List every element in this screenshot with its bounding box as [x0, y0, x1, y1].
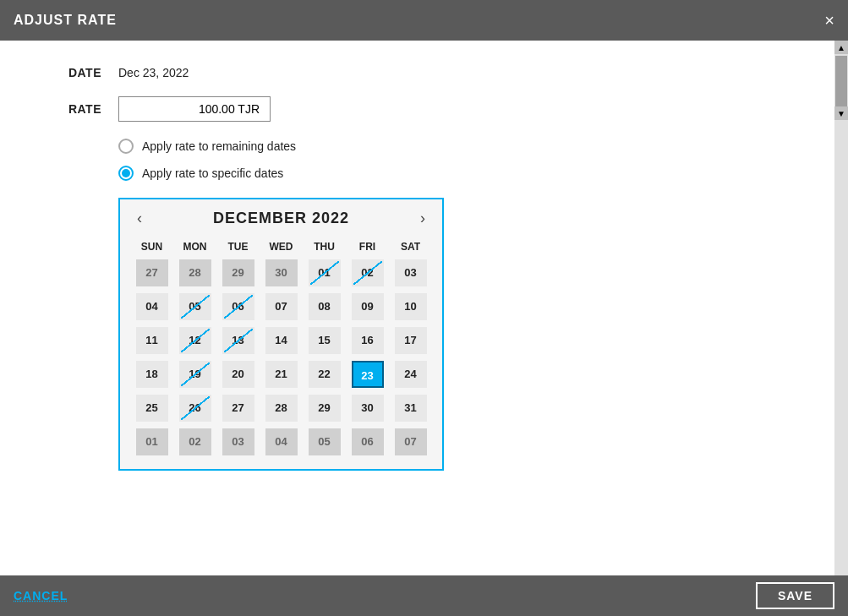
- calendar-day[interactable]: 30: [265, 259, 298, 286]
- calendar-day[interactable]: 07: [395, 428, 427, 455]
- rate-label: RATE: [34, 102, 101, 116]
- scrollbar-up-button[interactable]: ▲: [834, 41, 848, 54]
- radio-remaining-label: Apply rate to remaining dates: [142, 139, 296, 153]
- scrollbar: ▲ ▼: [834, 41, 848, 575]
- calendar-cell: 28: [173, 256, 216, 290]
- calendar-header-row: SUNMONTUEWEDTHUFRISAT: [130, 237, 432, 256]
- calendar-next-button[interactable]: ›: [413, 210, 432, 227]
- calendar-day[interactable]: 04: [265, 428, 298, 455]
- calendar-day[interactable]: 11: [136, 327, 168, 354]
- radio-option-specific[interactable]: Apply rate to specific dates: [118, 166, 801, 181]
- calendar-day[interactable]: 21: [265, 361, 298, 388]
- calendar-cell: 15: [303, 324, 346, 357]
- calendar-cell: 04: [260, 425, 303, 459]
- calendar-day[interactable]: 14: [265, 327, 298, 354]
- calendar-cell: 26: [173, 391, 216, 425]
- save-button[interactable]: SAVE: [756, 582, 834, 609]
- calendar-cell: 18: [130, 357, 173, 391]
- calendar-cell: 02: [173, 425, 216, 459]
- calendar-cell: 17: [389, 324, 432, 357]
- dialog-footer: CANCEL SAVE: [0, 575, 848, 616]
- calendar-day[interactable]: 31: [395, 395, 427, 422]
- calendar-cell: 28: [260, 391, 303, 425]
- calendar-day[interactable]: 01: [309, 259, 341, 286]
- calendar-cell: 05: [303, 425, 346, 459]
- calendar-day[interactable]: 03: [222, 428, 254, 455]
- calendar-cell: 08: [303, 290, 346, 324]
- calendar-week-row: 25262728293031: [130, 391, 432, 425]
- calendar-cell: 30: [260, 256, 303, 290]
- cancel-button[interactable]: CANCEL: [14, 589, 68, 602]
- calendar-day-header: THU: [303, 237, 346, 256]
- scrollbar-thumb[interactable]: [835, 56, 847, 106]
- calendar-day[interactable]: 19: [179, 361, 211, 388]
- calendar-cell: 05: [173, 290, 216, 324]
- calendar-day[interactable]: 30: [352, 395, 384, 422]
- calendar-cell: 07: [260, 290, 303, 324]
- calendar-cell: 20: [216, 357, 260, 391]
- calendar-day[interactable]: 03: [395, 259, 427, 286]
- calendar-day[interactable]: 08: [309, 293, 341, 320]
- calendar-day[interactable]: 06: [222, 293, 254, 320]
- content-area: DATE Dec 23, 2022 RATE Apply rate to rem…: [0, 41, 834, 575]
- calendar-day-header: SUN: [130, 237, 173, 256]
- calendar-day[interactable]: 27: [136, 259, 168, 286]
- date-value: Dec 23, 2022: [118, 66, 189, 79]
- calendar-cell: 21: [260, 357, 303, 391]
- radio-remaining-outer: [118, 139, 134, 154]
- rate-input[interactable]: [118, 96, 271, 122]
- calendar-day[interactable]: 15: [309, 327, 341, 354]
- date-label: DATE: [34, 66, 101, 79]
- calendar-day[interactable]: 04: [136, 293, 168, 320]
- calendar-day[interactable]: 02: [179, 428, 211, 455]
- calendar-cell: 04: [130, 290, 173, 324]
- calendar-prev-button[interactable]: ‹: [130, 210, 149, 227]
- calendar-day[interactable]: 18: [136, 361, 168, 388]
- calendar-day[interactable]: 25: [136, 395, 168, 422]
- calendar-day[interactable]: 13: [222, 327, 254, 354]
- calendar-day[interactable]: 02: [352, 259, 384, 286]
- radio-specific-label: Apply rate to specific dates: [142, 166, 283, 180]
- calendar-day[interactable]: 27: [222, 395, 254, 422]
- calendar-day[interactable]: 26: [179, 395, 211, 422]
- calendar-day[interactable]: 10: [395, 293, 427, 320]
- calendar-day[interactable]: 06: [352, 428, 384, 455]
- dialog-header: ADJUST RATE ×: [0, 0, 848, 41]
- calendar-week-row: 18192021222324: [130, 357, 432, 391]
- radio-specific-outer: [118, 166, 134, 181]
- calendar-day[interactable]: 23: [352, 361, 384, 388]
- calendar-day-header: FRI: [346, 237, 389, 256]
- calendar-cell: 01: [130, 425, 173, 459]
- calendar-cell: 16: [346, 324, 389, 357]
- calendar-day[interactable]: 09: [352, 293, 384, 320]
- close-button[interactable]: ×: [824, 12, 834, 29]
- calendar-day[interactable]: 22: [309, 361, 341, 388]
- calendar-day[interactable]: 16: [352, 327, 384, 354]
- calendar: ‹ DECEMBER 2022 › SUNMONTUEWEDTHUFRISAT …: [118, 198, 444, 471]
- calendar-week-row: 01020304050607: [130, 425, 432, 459]
- calendar-week-row: 04050607080910: [130, 290, 432, 324]
- calendar-day[interactable]: 29: [309, 395, 341, 422]
- calendar-day[interactable]: 05: [179, 293, 211, 320]
- calendar-day[interactable]: 20: [222, 361, 254, 388]
- calendar-day[interactable]: 28: [265, 395, 298, 422]
- calendar-cell: 14: [260, 324, 303, 357]
- calendar-cell: 19: [173, 357, 216, 391]
- calendar-day[interactable]: 05: [309, 428, 341, 455]
- calendar-day[interactable]: 12: [179, 327, 211, 354]
- calendar-cell: 10: [389, 290, 432, 324]
- radio-option-remaining[interactable]: Apply rate to remaining dates: [118, 139, 801, 154]
- calendar-day[interactable]: 29: [222, 259, 254, 286]
- calendar-cell: 09: [346, 290, 389, 324]
- dialog-body: DATE Dec 23, 2022 RATE Apply rate to rem…: [0, 41, 848, 575]
- calendar-day[interactable]: 07: [265, 293, 298, 320]
- calendar-day[interactable]: 17: [395, 327, 427, 354]
- calendar-day-header: WED: [260, 237, 303, 256]
- calendar-day[interactable]: 24: [395, 361, 427, 388]
- calendar-day-header: TUE: [216, 237, 260, 256]
- calendar-cell: 06: [346, 425, 389, 459]
- calendar-day[interactable]: 28: [179, 259, 211, 286]
- calendar-day[interactable]: 01: [136, 428, 168, 455]
- scrollbar-down-button[interactable]: ▼: [834, 106, 848, 120]
- calendar-cell: 29: [303, 391, 346, 425]
